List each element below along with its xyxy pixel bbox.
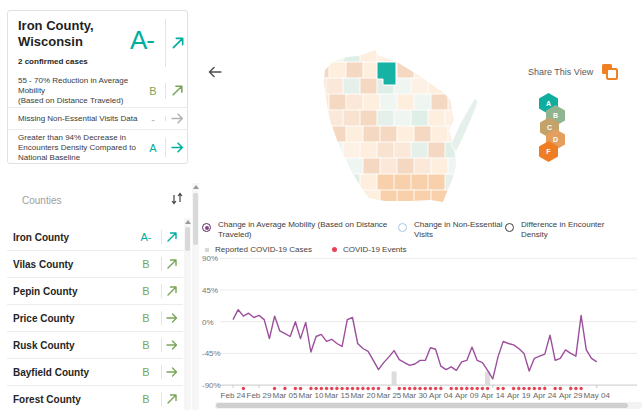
share-icon — [600, 62, 619, 81]
svg-text:Apr 19: Apr 19 — [507, 391, 531, 400]
svg-text:Apr 14: Apr 14 — [481, 391, 505, 400]
metric-grade: - — [142, 113, 164, 125]
trend-up-right-icon — [171, 84, 185, 98]
svg-text:Apr 24: Apr 24 — [533, 391, 557, 400]
svg-text:Mar 25: Mar 25 — [376, 391, 401, 400]
list-scrollbar[interactable] — [184, 218, 191, 410]
confirmed-cases-text: 2 confirmed cases — [18, 57, 88, 66]
svg-text:Mar 15: Mar 15 — [324, 391, 349, 400]
page-title: Iron County, Wisconsin — [18, 18, 128, 50]
summary-header: Iron County, Wisconsin 2 confirmed cases… — [8, 11, 187, 75]
county-list: Iron CountyA-Vilas CountyBPepin CountyBP… — [7, 224, 183, 410]
scroll-up-icon[interactable] — [193, 185, 199, 189]
metric-radio-option-1[interactable]: Change in Non-EssentialVisits — [398, 220, 503, 240]
sort-icon[interactable] — [170, 191, 184, 206]
svg-text:Feb 24: Feb 24 — [221, 391, 246, 400]
county-row-bayfield-county[interactable]: Bayfield CountyB — [7, 359, 183, 386]
covid-dashboard: Iron County, Wisconsin 2 confirmed cases… — [0, 0, 642, 410]
metric-grade: A — [142, 142, 164, 154]
county-grade: B — [135, 258, 157, 270]
county-summary-card[interactable]: Iron County, Wisconsin 2 confirmed cases… — [7, 10, 188, 164]
metric-label: Missing Non-Essential Visits Data — [18, 114, 138, 124]
counties-header: Counties — [22, 195, 61, 206]
svg-text:-90%: -90% — [202, 381, 221, 390]
svg-text:May 04: May 04 — [584, 391, 611, 400]
svg-text:Mar 20: Mar 20 — [350, 391, 375, 400]
county-row-price-county[interactable]: Price CountyB — [7, 305, 183, 332]
metric-label: Greater than 94% Decrease inEncounters D… — [18, 133, 138, 163]
trend-up-right-icon — [166, 285, 178, 297]
county-name: Price County — [13, 313, 75, 324]
svg-text:Feb 29: Feb 29 — [247, 391, 272, 400]
svg-text:45%: 45% — [202, 286, 218, 295]
divider — [165, 83, 166, 99]
trend-right-icon — [171, 112, 185, 126]
metric-option-label: Change in Average Mobility (Based on Dis… — [218, 220, 387, 240]
cases-marker-icon — [205, 248, 209, 252]
scrollbar-thumb[interactable] — [216, 403, 628, 408]
county-name: Rusk County — [13, 340, 75, 351]
trend-up-right-icon — [166, 231, 178, 243]
svg-text:Mar 10: Mar 10 — [298, 391, 323, 400]
county-grade: A- — [135, 231, 157, 243]
county-name: Bayfield County — [13, 367, 89, 378]
metric-label: 55 - 70% Reduction in Average Mobility(B… — [18, 76, 138, 106]
county-name: Vilas County — [13, 259, 73, 270]
county-grade: B — [135, 312, 157, 324]
svg-text:90%: 90% — [202, 254, 218, 263]
divider — [161, 392, 162, 406]
trend-up-right-icon — [166, 258, 178, 270]
trend-right-icon — [166, 366, 178, 378]
trend-right-icon — [171, 141, 185, 155]
wisconsin-choropleth-map[interactable] — [313, 48, 483, 210]
county-row-pepin-county[interactable]: Pepin CountyB — [7, 278, 183, 305]
divider — [161, 230, 162, 244]
panel-scrollbar[interactable] — [192, 183, 199, 410]
divider — [161, 338, 162, 352]
metric-radio-option-0[interactable]: Change in Average Mobility (Based on Dis… — [202, 220, 387, 240]
scroll-up-icon[interactable] — [185, 220, 191, 224]
divider — [161, 284, 162, 298]
mobility-line-chart[interactable]: 90%45%0%-45%-90%Feb 24Feb 29Mar 05Mar 10… — [200, 252, 642, 404]
county-name: Pepin County — [13, 286, 77, 297]
county-row-rusk-county[interactable]: Rusk CountyB — [7, 332, 183, 359]
radio-selected-icon[interactable] — [202, 223, 211, 232]
metric-row-0[interactable]: 55 - 70% Reduction in Average Mobility(B… — [8, 75, 187, 107]
radio-icon[interactable] — [505, 223, 514, 232]
county-row-forest-county[interactable]: Forest CountyB — [7, 386, 183, 410]
county-grade: A- — [120, 25, 164, 56]
metric-radio-option-2[interactable]: Difference in EncounterDensity — [505, 220, 604, 240]
share-view-label: Share This View — [528, 67, 593, 77]
scrollbar-thumb[interactable] — [193, 193, 198, 245]
county-grade: B — [135, 393, 157, 405]
scrollbar-thumb[interactable] — [185, 227, 190, 251]
svg-text:0%: 0% — [202, 318, 214, 327]
grade-badge-column: ABCDF — [539, 93, 569, 165]
trend-right-icon — [166, 339, 178, 351]
divider — [165, 138, 166, 157]
trend-up-right-icon — [166, 393, 178, 405]
metric-row-2[interactable]: Greater than 94% Decrease inEncounters D… — [8, 129, 187, 165]
svg-text:Mar 30: Mar 30 — [402, 391, 427, 400]
divider — [165, 116, 166, 121]
county-name: Iron County — [13, 232, 69, 243]
county-grade: B — [135, 285, 157, 297]
chart-h-scrollbar[interactable] — [215, 402, 642, 409]
metric-grade: B — [142, 85, 164, 97]
metric-row-1[interactable]: Missing Non-Essential Visits Data- — [8, 107, 187, 129]
share-view-button[interactable]: Share This View — [528, 62, 619, 81]
county-row-vilas-county[interactable]: Vilas CountyB — [7, 251, 183, 278]
svg-text:Apr 29: Apr 29 — [559, 391, 583, 400]
svg-text:Apr 09: Apr 09 — [455, 391, 479, 400]
county-grade: B — [135, 339, 157, 351]
svg-text:Apr 04: Apr 04 — [429, 391, 453, 400]
metric-option-label: Change in Non-EssentialVisits — [414, 220, 503, 240]
county-row-iron-county[interactable]: Iron CountyA- — [7, 224, 183, 251]
svg-text:-45%: -45% — [202, 349, 221, 358]
svg-text:Mar 05: Mar 05 — [273, 391, 298, 400]
divider — [165, 19, 166, 67]
county-grade: B — [135, 366, 157, 378]
divider — [161, 311, 162, 325]
radio-icon[interactable] — [398, 223, 407, 232]
back-arrow-icon[interactable] — [207, 64, 225, 80]
